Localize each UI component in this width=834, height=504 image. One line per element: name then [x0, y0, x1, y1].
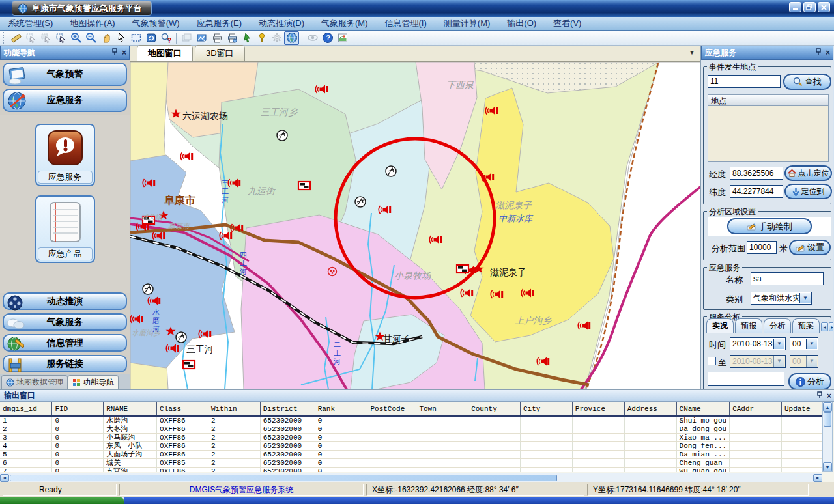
- menu-info-mgmt[interactable]: 信息管理(I): [385, 18, 427, 29]
- menu-view[interactable]: 查看(V): [553, 18, 581, 29]
- column-header[interactable]: CAddr: [730, 402, 782, 416]
- snapshot-pointer-icon[interactable]: [239, 31, 254, 45]
- export-image-icon[interactable]: [335, 31, 350, 45]
- pan-hand-icon[interactable]: [98, 31, 113, 45]
- pin-icon[interactable]: [816, 391, 823, 400]
- table-row[interactable]: 20大冬沟OXFF8626523020000Da dong gou: [0, 425, 822, 434]
- close-button[interactable]: [818, 2, 830, 12]
- menu-emergency-service[interactable]: 应急服务(E): [197, 18, 242, 29]
- tab-map-data-mgmt[interactable]: 地图数据管理: [1, 375, 68, 389]
- analysis-range-input[interactable]: [747, 241, 777, 254]
- nav-group-service-links[interactable]: 服务链接: [3, 355, 127, 372]
- find-button[interactable]: 查找: [783, 74, 831, 90]
- identify-icon[interactable]: ?: [158, 31, 173, 45]
- column-header[interactable]: Rank: [315, 402, 367, 416]
- menu-output[interactable]: 输出(O): [507, 18, 536, 29]
- nav-group-emergency-service[interactable]: 应急服务: [3, 89, 127, 112]
- placemark-pin-icon[interactable]: [254, 31, 269, 45]
- table-row[interactable]: 10水磨沟OXFF8626523020000Shui mo gou: [0, 416, 822, 425]
- manual-draw-button[interactable]: 手动绘制: [727, 218, 812, 234]
- column-header[interactable]: County: [468, 402, 521, 416]
- reservoir-marker-icon[interactable]: [183, 361, 195, 369]
- shortcut-emergency-service[interactable]: 应急服务: [35, 124, 95, 186]
- column-header[interactable]: PostCode: [367, 402, 416, 416]
- visibility-eye-icon[interactable]: [305, 31, 320, 45]
- table-row[interactable]: 40东风一小队OXFF8626523020000Dong fen...: [0, 442, 822, 451]
- click-locate-button[interactable]: 点击定位: [784, 165, 832, 181]
- close-icon[interactable]: ×: [826, 49, 830, 57]
- shortcut-emergency-product[interactable]: 应急产品: [35, 195, 95, 263]
- layers-icon[interactable]: [179, 31, 194, 45]
- tab-list-dropdown-icon[interactable]: ▼: [689, 49, 695, 56]
- tab-scroll-right-icon[interactable]: ►: [829, 322, 833, 331]
- tab-analysis[interactable]: 分析: [764, 318, 791, 333]
- scroll-down-icon[interactable]: ▼: [823, 462, 832, 471]
- toolbar-grip[interactable]: [3, 32, 6, 44]
- menu-weather-service[interactable]: 气象服务(M): [321, 18, 368, 29]
- pointer-arrow-icon[interactable]: [113, 31, 128, 45]
- column-header[interactable]: Update: [781, 402, 822, 416]
- scroll-right-icon[interactable]: ►: [813, 474, 822, 482]
- table-row[interactable]: 30小马厩沟OXFF8626523020000Xiao ma ...: [0, 434, 822, 442]
- map-canvas[interactable]: 六运湖农场三工河乡下西泉九运街阜康市城关镇阜康市滋泥泉子中新水库滋泥泉子小泉牧场…: [130, 62, 700, 389]
- tab-forecast[interactable]: 预报: [735, 318, 762, 333]
- reservoir-marker-icon[interactable]: [457, 265, 468, 273]
- date-combo-1[interactable]: 2010-08-13 ▼: [730, 337, 786, 350]
- select-polygon-icon[interactable]: [38, 31, 53, 45]
- station-marker-icon[interactable]: [176, 332, 186, 343]
- restore-button[interactable]: [803, 2, 816, 12]
- menu-measure[interactable]: 测量计算(M): [444, 18, 491, 29]
- place-list-header[interactable]: 地点: [708, 94, 829, 106]
- nav-group-weather-service[interactable]: 气象服务: [3, 313, 127, 331]
- print-preview-icon[interactable]: [224, 31, 239, 45]
- print-icon[interactable]: [209, 31, 224, 45]
- pin-icon[interactable]: [111, 48, 118, 57]
- column-header[interactable]: FID: [52, 402, 104, 416]
- nav-group-weather-warning[interactable]: 气象预警: [3, 63, 127, 86]
- settings-gear-icon[interactable]: [269, 31, 284, 45]
- column-header[interactable]: Class: [157, 402, 208, 416]
- table-row[interactable]: 60城关OXFF8526523020000Cheng guan: [0, 459, 822, 468]
- column-header[interactable]: Address: [624, 402, 676, 416]
- select-rect-icon[interactable]: [23, 31, 38, 45]
- tab-map-window[interactable]: 地图窗口: [137, 45, 193, 61]
- service-name-input[interactable]: [751, 272, 824, 285]
- station-marker-icon[interactable]: [143, 284, 153, 294]
- longitude-input[interactable]: [730, 167, 783, 180]
- service-type-combo[interactable]: 气象和洪水灾 ▼: [751, 292, 812, 305]
- scroll-up-icon[interactable]: ▲: [823, 402, 832, 412]
- latitude-input[interactable]: [730, 185, 783, 198]
- refresh-icon[interactable]: [143, 31, 158, 45]
- dropdown-arrow-icon[interactable]: ▼: [806, 339, 817, 349]
- globe-icon[interactable]: [284, 31, 299, 45]
- station-marker-icon[interactable]: [355, 197, 366, 207]
- close-icon[interactable]: ×: [827, 392, 831, 400]
- place-list[interactable]: [708, 106, 829, 162]
- table-row[interactable]: 50大面场子沟OXFF8626523020000Da mian ...: [0, 451, 822, 459]
- nav-group-info-mgmt[interactable]: 信息管理: [3, 334, 127, 352]
- measure-ruler-icon[interactable]: [8, 31, 23, 45]
- table-row[interactable]: 70五官沟OXFF8626523020000Wu guan gou: [0, 468, 822, 473]
- output-hscrollbar[interactable]: ◄ ►: [0, 473, 822, 482]
- full-extent-icon[interactable]: [128, 31, 143, 45]
- minimize-button[interactable]: [789, 2, 801, 12]
- menu-system[interactable]: 系统管理(S): [8, 18, 53, 29]
- analyze-button[interactable]: 分析: [788, 373, 831, 389]
- dropdown-arrow-icon[interactable]: ▼: [799, 293, 811, 303]
- column-header[interactable]: CName: [676, 402, 730, 416]
- column-header[interactable]: Within: [208, 402, 260, 416]
- column-header[interactable]: dmgis_id: [0, 402, 52, 416]
- menu-weather-warning[interactable]: 气象预警(W): [132, 18, 180, 29]
- map-export-icon[interactable]: [194, 31, 209, 45]
- tab-plan[interactable]: 预案: [792, 318, 820, 333]
- output-vscrollbar[interactable]: ▲ ▼: [822, 402, 833, 472]
- help-icon[interactable]: ?: [320, 31, 335, 45]
- set-range-button[interactable]: 设置: [789, 240, 831, 255]
- column-header[interactable]: City: [521, 402, 573, 416]
- tab-3d-window[interactable]: 3D窗口: [195, 45, 245, 61]
- reservoir-marker-icon[interactable]: [298, 182, 310, 189]
- scroll-left-icon[interactable]: ◄: [0, 474, 9, 482]
- date-combo-2[interactable]: 2010-08-13 ▼: [730, 355, 786, 368]
- hour-combo-1[interactable]: 00 ▼: [790, 337, 818, 350]
- hour-combo-2[interactable]: 00 ▼: [790, 355, 818, 368]
